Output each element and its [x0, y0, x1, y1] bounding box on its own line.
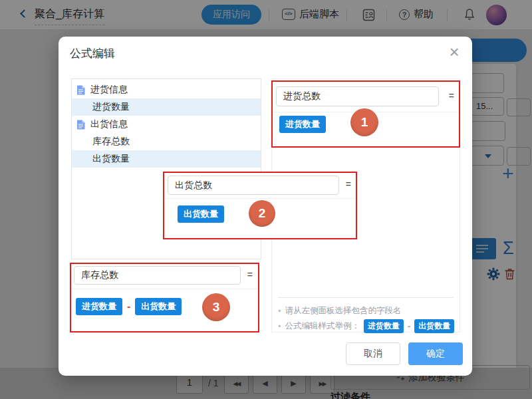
hints: 请从左侧面板选择包含的字段名 公式编辑样式举例： 进货数量 - 出货数量 — [278, 297, 454, 333]
app-window: 聚合_库存计算 应用访问 </> 后端脚本 ? 帮助 — [0, 0, 532, 399]
field-token: 进货数量 — [364, 319, 404, 333]
hint-text: 公式编辑样式举例： — [285, 321, 360, 332]
modal-title: 公式编辑 — [70, 46, 115, 61]
equals-sign: = — [449, 90, 454, 101]
formula-name-input[interactable] — [276, 86, 439, 106]
annotation-badge-1: 1 — [350, 108, 378, 136]
document-icon — [76, 120, 85, 130]
field-token[interactable]: 出货数量 — [135, 298, 182, 315]
tree-group-row[interactable]: 进货信息 — [72, 81, 261, 98]
tree-item-label: 进货信息 — [90, 84, 128, 96]
tree-field-row-selected[interactable]: 出货数量 — [72, 150, 261, 168]
cancel-button[interactable]: 取消 — [346, 342, 400, 365]
tree-field-row[interactable]: 库存总数 — [72, 133, 261, 150]
confirm-button[interactable]: 确定 — [408, 342, 463, 365]
minus-operator: - — [127, 301, 130, 313]
formula-edit-modal: 公式编辑 × 进货信息 进货数量 出货信息 — [59, 37, 472, 376]
formula-tokens: 进货数量 - 出货数量 — [76, 298, 182, 315]
formula-name-input[interactable] — [168, 176, 339, 195]
minus-operator: - — [408, 322, 410, 331]
tree-item-label: 进货数量 — [92, 101, 130, 113]
tree-group-row[interactable]: 出货信息 — [72, 116, 261, 133]
equals-sign: = — [247, 269, 253, 280]
tree-item-label: 出货信息 — [90, 118, 128, 130]
tree-item-label: 库存总数 — [92, 136, 130, 148]
document-icon — [76, 85, 85, 95]
tree-item-label: 出货数量 — [92, 153, 130, 165]
annotation-box-1: = 进货数量 1 — [271, 80, 460, 148]
field-token[interactable]: 进货数量 — [76, 298, 122, 315]
close-icon[interactable]: × — [443, 41, 466, 63]
annotation-badge-2: 2 — [249, 200, 275, 227]
tree-field-row-selected[interactable]: 进货数量 — [72, 98, 261, 116]
formula-tokens: 进货数量 — [279, 116, 326, 133]
hint-line: 公式编辑样式举例： 进货数量 - 出货数量 — [278, 319, 454, 333]
hint-text: 请从左侧面板选择包含的字段名 — [285, 305, 402, 317]
field-token[interactable]: 进货数量 — [279, 116, 326, 133]
field-token: 出货数量 — [414, 319, 454, 333]
annotation-box-3: = 进货数量 - 出货数量 3 — [70, 263, 259, 332]
formula-tokens: 出货数量 — [178, 205, 224, 223]
annotation-badge-3: 3 — [202, 293, 230, 321]
formula-name-input[interactable] — [74, 266, 241, 285]
equals-sign: = — [346, 179, 351, 190]
hint-line: 请从左侧面板选择包含的字段名 — [278, 305, 454, 317]
field-token[interactable]: 出货数量 — [178, 205, 224, 223]
annotation-box-2: = 出货数量 2 — [163, 172, 357, 239]
